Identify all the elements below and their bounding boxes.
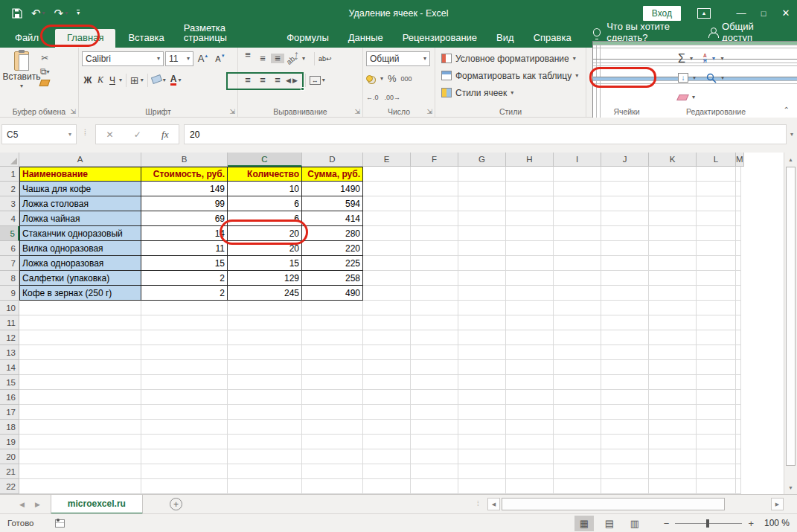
cell-F20[interactable] [411, 449, 458, 464]
merge-center-button[interactable]: ↔ [310, 76, 321, 85]
cell-L7[interactable] [697, 256, 736, 271]
zoom-slider[interactable] [675, 523, 742, 524]
cell-E12[interactable] [363, 330, 411, 345]
row-header-3[interactable]: 3 [0, 196, 19, 211]
dialog-launcher-icon[interactable]: ⇲ [426, 108, 432, 115]
column-header-D[interactable]: D [302, 153, 363, 167]
cell-K7[interactable] [649, 256, 697, 271]
cell-G14[interactable] [458, 360, 506, 375]
view-page-layout-button[interactable]: ▤ [600, 516, 619, 531]
scroll-left-button[interactable]: ◀ [487, 498, 500, 510]
cell-M11[interactable] [736, 315, 741, 330]
cell-I15[interactable] [554, 375, 601, 390]
column-header-H[interactable]: H [506, 153, 554, 167]
percent-style-button[interactable]: % [388, 73, 397, 84]
column-header-E[interactable]: E [363, 153, 411, 167]
cell-A6[interactable]: Вилка одноразовая [19, 241, 141, 256]
cell-A7[interactable]: Ложка одноразовая [19, 256, 141, 271]
cell-M18[interactable] [736, 420, 741, 435]
row-header-21[interactable]: 21 [0, 464, 19, 479]
cell-K18[interactable] [649, 420, 697, 435]
align-middle-button[interactable]: ≡ [256, 54, 269, 63]
horizontal-scrollbar-thumb[interactable] [502, 498, 725, 510]
cell-G15[interactable] [458, 375, 506, 390]
cell-L15[interactable] [697, 375, 736, 390]
cell-K2[interactable] [649, 182, 697, 196]
cell-I13[interactable] [554, 345, 601, 360]
cell-H13[interactable] [506, 345, 554, 360]
row-header-13[interactable]: 13 [0, 345, 19, 360]
confirm-entry-button[interactable]: ✓ [134, 129, 141, 140]
cell-B18[interactable] [141, 420, 228, 435]
row-header-19[interactable]: 19 [0, 435, 19, 449]
cell-H10[interactable] [506, 301, 554, 315]
cell-H19[interactable] [506, 435, 554, 449]
orientation-button[interactable]: ab⤢ [284, 50, 301, 66]
cell-E21[interactable] [363, 464, 411, 479]
row-header-18[interactable]: 18 [0, 420, 19, 435]
merge-dropdown[interactable]: ▾ [322, 77, 325, 83]
increase-decimal-button[interactable]: ←.0 [366, 94, 379, 101]
cell-G7[interactable] [458, 256, 506, 271]
cell-G17[interactable] [458, 405, 506, 420]
cell-I12[interactable] [554, 330, 601, 345]
copy-button[interactable]: ⧉▾ [40, 66, 50, 77]
cell-K4[interactable] [649, 211, 697, 226]
cell-C13[interactable] [228, 345, 302, 360]
cell-G21[interactable] [458, 464, 506, 479]
cell-F6[interactable] [411, 241, 458, 256]
cell-G5[interactable] [458, 226, 506, 241]
cell-I4[interactable] [554, 211, 601, 226]
cell-G18[interactable] [458, 420, 506, 435]
paste-button[interactable]: Вставить ▾ [3, 50, 40, 103]
cell-B20[interactable] [141, 449, 228, 464]
cell-K14[interactable] [649, 360, 697, 375]
cell-K13[interactable] [649, 345, 697, 360]
cell-H6[interactable] [506, 241, 554, 256]
scroll-right-button[interactable]: ▶ [771, 498, 784, 510]
cell-C14[interactable] [228, 360, 302, 375]
row-header-10[interactable]: 10 [0, 301, 19, 315]
cell-D6[interactable]: 220 [302, 241, 363, 256]
cell-A14[interactable] [19, 360, 141, 375]
tab-help[interactable]: Справка [524, 29, 581, 48]
cell-A21[interactable] [19, 464, 141, 479]
cell-D13[interactable] [302, 345, 363, 360]
autosum-dropdown[interactable]: ▾ [690, 55, 693, 62]
wrap-text-button[interactable]: ab↩ [319, 55, 332, 63]
cell-F18[interactable] [411, 420, 458, 435]
cell-H5[interactable] [506, 226, 554, 241]
cell-I20[interactable] [554, 449, 601, 464]
cell-I19[interactable] [554, 435, 601, 449]
cell-L21[interactable] [697, 464, 736, 479]
tab-formulas[interactable]: Формулы [277, 29, 339, 48]
font-color-dropdown[interactable]: ▾ [178, 77, 181, 83]
cell-E13[interactable] [363, 345, 411, 360]
tab-file[interactable]: Файл [0, 29, 52, 48]
cell-D15[interactable] [302, 375, 363, 390]
underline-button[interactable]: Ч [107, 75, 118, 86]
cell-I16[interactable] [554, 390, 601, 405]
row-header-4[interactable]: 4 [0, 211, 19, 226]
row-header-2[interactable]: 2 [0, 182, 19, 196]
insert-function-button[interactable]: fx [161, 129, 168, 141]
cell-C20[interactable] [228, 449, 302, 464]
cell-E14[interactable] [363, 360, 411, 375]
cell-L8[interactable] [697, 271, 736, 286]
cell-K22[interactable] [649, 479, 697, 494]
cell-J19[interactable] [601, 435, 649, 449]
column-header-M[interactable]: M [736, 153, 744, 167]
cell-C5[interactable]: 20 [228, 226, 302, 241]
cell-A2[interactable]: Чашка для кофе [19, 182, 141, 196]
cell-I7[interactable] [554, 256, 601, 271]
undo-button[interactable]: ↶▾ [31, 7, 45, 19]
cell-C18[interactable] [228, 420, 302, 435]
cell-L14[interactable] [697, 360, 736, 375]
cell-I10[interactable] [554, 301, 601, 315]
align-center-button[interactable]: ≡ [256, 75, 269, 85]
cut-button[interactable]: ✂ [40, 53, 50, 63]
borders-button[interactable]: ⊞ [130, 74, 139, 86]
cell-C9[interactable]: 245 [228, 286, 302, 301]
cell-L13[interactable] [697, 345, 736, 360]
italic-button[interactable]: К [95, 74, 106, 86]
